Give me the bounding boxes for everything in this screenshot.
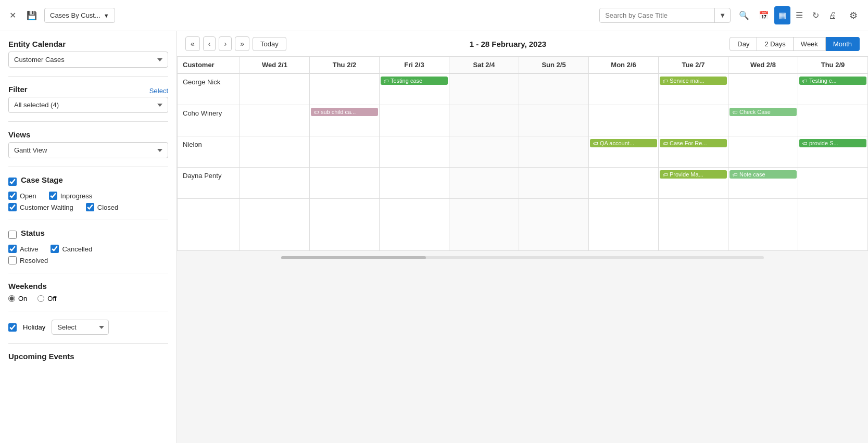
case-stage-all-checkbox[interactable] (8, 178, 17, 186)
col-header-sat24: Sat 2/4 (449, 57, 519, 74)
cell-nielon-mon26: 🏷 QA account... (589, 136, 659, 168)
views-label: Views (8, 130, 168, 139)
views-select[interactable]: Gantt View (8, 142, 168, 158)
view-btn-2days[interactable]: 2 Days (757, 37, 793, 51)
divider-3 (8, 167, 168, 167)
entity-calendar-section: Entity Calendar Customer Cases (8, 40, 168, 68)
calendar-area: « ‹ › » Today 1 - 28 February, 2023 Day … (177, 31, 868, 443)
filter-title: Filter (8, 85, 28, 94)
cell-coho-thu22: 🏷 sub child ca... (310, 105, 380, 136)
search-box: ▼ (599, 8, 731, 23)
view-btn-month[interactable]: Month (826, 37, 860, 51)
event-testing-c[interactable]: 🏷 Testing c... (799, 77, 866, 85)
checkbox-closed[interactable]: Closed (86, 203, 118, 211)
col-header-wed28: Wed 2/8 (728, 57, 798, 74)
filter-row: Filter Select (8, 85, 168, 97)
checkbox-open[interactable]: Open (8, 192, 36, 200)
weekends-on[interactable]: On (8, 295, 27, 302)
tag-icon: 🏷 (593, 141, 598, 146)
entity-calendar-select[interactable]: Customer Cases (8, 52, 168, 68)
event-label: Service mai... (670, 78, 705, 84)
gear-icon-btn[interactable]: ⚙ (845, 6, 862, 26)
cell-nielon-wed21 (240, 136, 310, 168)
event-label: Note case (739, 171, 765, 178)
case-stage-section: Case Stage Open Inprogress Customer Wait… (8, 175, 168, 211)
view-btn-week[interactable]: Week (794, 37, 826, 51)
refresh-icon-btn[interactable]: ↻ (808, 6, 823, 24)
customer-george-nick: George Nick (178, 74, 240, 105)
list-icon-btn[interactable]: ☰ (791, 6, 807, 24)
tag-icon: 🏷 (663, 172, 668, 178)
event-provide-ma[interactable]: 🏷 Provide Ma... (660, 170, 727, 179)
divider-5 (8, 273, 168, 273)
cell-dayna-tue27: 🏷 Provide Ma... (659, 168, 728, 199)
nav-next-next-btn[interactable]: » (235, 36, 249, 51)
divider-7 (8, 343, 168, 344)
event-label: Check Case (739, 109, 771, 115)
cell-dayna-wed28: 🏷 Note case (728, 168, 798, 199)
weekends-radio-group: On Off (8, 295, 168, 302)
nav-prev-btn[interactable]: ‹ (203, 36, 216, 51)
cell-coho-wed21 (240, 105, 310, 136)
event-note-case[interactable]: 🏷 Note case (729, 170, 797, 179)
view-btn-day[interactable]: Day (729, 37, 757, 51)
tag-icon: 🏷 (802, 78, 808, 84)
status-all-checkbox[interactable] (8, 231, 17, 239)
customer-nielon: Nielon (178, 136, 240, 168)
nav-prev-prev-btn[interactable]: « (185, 36, 200, 51)
event-service-mai[interactable]: 🏷 Service mai... (660, 77, 727, 85)
event-label: QA account... (600, 140, 634, 146)
customer-coho-winery: Coho Winery (178, 105, 240, 136)
close-button[interactable]: ✕ (6, 7, 19, 23)
event-testing-case[interactable]: 🏷 Testing case (381, 77, 448, 85)
checkbox-inprogress[interactable]: Inprogress (49, 192, 92, 200)
cell-coho-mon26 (589, 105, 659, 136)
today-btn[interactable]: Today (253, 37, 286, 51)
cell-george-tue27: 🏷 Service mai... (659, 74, 728, 105)
search-icon-btn[interactable]: 🔍 (735, 6, 753, 24)
event-qa-account[interactable]: 🏷 QA account... (590, 139, 657, 147)
col-header-sun25: Sun 2/5 (519, 57, 589, 74)
filter-dropdown[interactable]: All selected (4) (8, 97, 168, 113)
event-check-case[interactable]: 🏷 Check Case (729, 108, 797, 116)
print-icon-btn[interactable]: 🖨 (824, 7, 841, 24)
calendar-icon-btn[interactable]: 📅 (754, 6, 773, 24)
holiday-checkbox[interactable] (8, 323, 17, 332)
grid-icon-btn[interactable]: ▦ (774, 6, 790, 24)
event-case-for-re[interactable]: 🏷 Case For Re... (660, 139, 727, 147)
search-dropdown-btn[interactable]: ▼ (714, 8, 730, 22)
status-section: Status Active Cancelled Resolved (8, 229, 168, 264)
chevron-down-icon: ▼ (719, 11, 726, 19)
holiday-select[interactable]: Select (52, 320, 109, 335)
cell-nielon-wed28 (728, 136, 798, 168)
checkbox-cancelled[interactable]: Cancelled (51, 245, 92, 253)
search-input[interactable] (600, 8, 714, 22)
cell-dayna-thu22 (310, 168, 380, 199)
view-buttons: Day 2 Days Week Month (729, 37, 860, 51)
main-layout: Entity Calendar Customer Cases Filter Se… (0, 31, 868, 443)
cases-dropdown[interactable]: Cases By Cust... ▼ (44, 8, 115, 23)
weekends-section: Weekends On Off (8, 282, 168, 302)
event-provide-s[interactable]: 🏷 provide S... (799, 139, 866, 147)
weekends-off[interactable]: Off (37, 295, 56, 302)
checkbox-customer-waiting[interactable]: Customer Waiting (8, 203, 73, 211)
tag-icon: 🏷 (384, 78, 389, 84)
case-stage-header: Case Stage (8, 175, 168, 187)
save-button[interactable]: 💾 (23, 7, 40, 23)
divider-6 (8, 311, 168, 311)
event-sub-child[interactable]: 🏷 sub child ca... (311, 108, 378, 116)
sidebar: Entity Calendar Customer Cases Filter Se… (0, 31, 177, 443)
nav-next-btn[interactable]: › (219, 36, 232, 51)
checkbox-active[interactable]: Active (8, 245, 38, 253)
cell-nielon-fri23 (380, 136, 449, 168)
filter-select-link[interactable]: Select (149, 87, 168, 95)
checkbox-resolved[interactable]: Resolved (8, 256, 48, 264)
tag-icon: 🏷 (314, 109, 319, 115)
cell-coho-fri23 (380, 105, 449, 136)
cell-coho-wed28: 🏷 Check Case (728, 105, 798, 136)
status-header: Status (8, 229, 168, 241)
toolbar: ✕ 💾 Cases By Cust... ▼ ▼ 🔍 📅 ▦ ☰ ↻ 🖨 ⚙ (0, 0, 868, 31)
tag-icon: 🏷 (663, 141, 668, 146)
cell-coho-thu29 (798, 105, 868, 136)
status-checkboxes-2: Resolved (8, 256, 168, 264)
